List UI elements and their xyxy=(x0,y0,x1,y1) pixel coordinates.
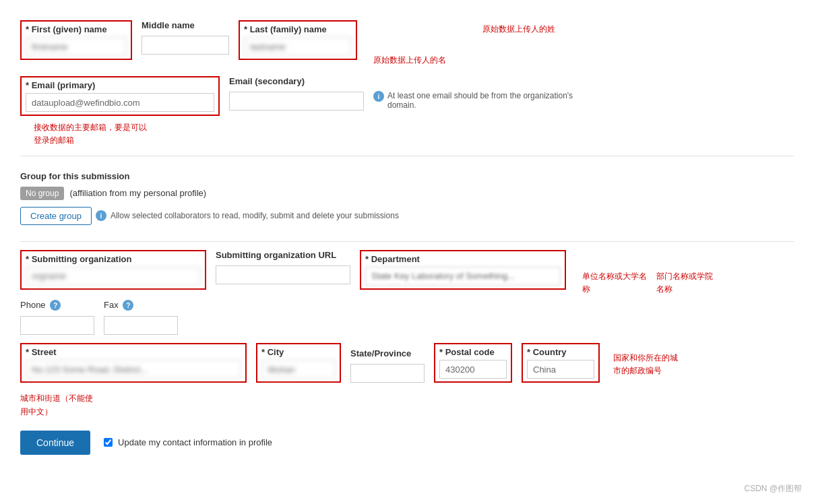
update-contact-checkbox[interactable] xyxy=(104,438,113,447)
group-affiliation-text: (affiliation from my personal profile) xyxy=(69,188,206,198)
info-icon-email: i xyxy=(373,91,384,102)
update-contact-row: Update my contact information in profile xyxy=(104,437,272,447)
state-input[interactable] xyxy=(350,364,425,383)
org-input[interactable] xyxy=(26,267,201,286)
middle-name-input[interactable] xyxy=(142,36,229,55)
postal-field: * Postal code xyxy=(434,343,512,383)
watermark: CSDN @作图帮 xyxy=(744,483,802,495)
postal-label: * Postal code xyxy=(439,347,495,357)
fax-label: Fax ? xyxy=(104,300,178,311)
fax-field: Fax ? xyxy=(104,300,178,336)
last-name-label: * Last (family) name xyxy=(244,24,327,34)
update-contact-label: Update my contact information in profile xyxy=(118,437,272,447)
email-primary-field: * Email (primary) xyxy=(20,76,220,116)
org-url-field: Submitting organization URL xyxy=(216,250,350,284)
page-wrapper: * First (given) name Middle name * Last … xyxy=(0,0,814,504)
group-info-text: Allow selected collaborators to read, mo… xyxy=(111,211,399,220)
annotation-dept: 部门名称或学院名称 xyxy=(656,270,713,296)
group-row: No group (affiliation from my personal p… xyxy=(20,187,794,200)
middle-name-field: Middle name xyxy=(142,20,229,55)
city-field: * City xyxy=(256,343,341,383)
dept-field: * Department xyxy=(360,250,566,290)
first-name-input[interactable] xyxy=(26,37,127,56)
country-field: * Country xyxy=(522,343,600,383)
street-field: * Street xyxy=(20,343,247,383)
email-info: i At least one email should be from the … xyxy=(373,91,575,110)
annotation-postal: 国家和你所在的城市的邮政编号 xyxy=(613,352,678,377)
create-group-row: Create group i Allow selected collaborat… xyxy=(20,207,794,225)
separator-1 xyxy=(20,156,794,156)
city-label: * City xyxy=(261,347,284,357)
street-label: * Street xyxy=(26,347,57,357)
last-name-input[interactable] xyxy=(244,37,352,56)
annotation-org: 单位名称或大学名称 xyxy=(582,270,647,296)
email-secondary-field: Email (secondary) xyxy=(229,76,364,111)
org-label: * Submitting organization xyxy=(26,254,131,264)
last-name-field: * Last (family) name xyxy=(239,20,357,60)
dept-input[interactable] xyxy=(365,267,561,286)
group-label: Group for this submission xyxy=(20,171,794,181)
bottom-bar: Continue Update my contact information i… xyxy=(20,431,794,466)
phone-label: Phone ? xyxy=(20,300,94,311)
state-label: State/Province xyxy=(350,348,425,358)
continue-button[interactable]: Continue xyxy=(20,431,90,455)
email-secondary-input[interactable] xyxy=(229,92,364,111)
annotation-first-name: 原始数据上传人的名 xyxy=(373,55,446,65)
country-input[interactable] xyxy=(527,360,594,379)
phone-input[interactable] xyxy=(20,316,94,335)
city-input[interactable] xyxy=(261,360,336,379)
annotation-street-city: 城市和街道（不能使用中文） xyxy=(20,392,93,418)
org-url-label: Submitting organization URL xyxy=(216,250,350,260)
org-url-input[interactable] xyxy=(216,265,350,284)
email-primary-input[interactable] xyxy=(26,93,214,112)
street-input[interactable] xyxy=(26,360,241,379)
email-primary-label: * Email (primary) xyxy=(26,80,95,90)
country-label: * Country xyxy=(527,347,567,357)
annotation-last-name: 原始数据上传人的姓 xyxy=(482,24,555,34)
info-icon-fax: ? xyxy=(123,300,133,311)
create-group-button[interactable]: Create group xyxy=(20,207,92,225)
fax-input[interactable] xyxy=(104,316,178,335)
postal-input[interactable] xyxy=(439,360,507,379)
separator-2 xyxy=(20,241,794,242)
state-field: State/Province xyxy=(350,348,425,383)
email-secondary-label: Email (secondary) xyxy=(229,76,364,86)
annotation-email: 接收数据的主要邮箱，要是可以登录的邮箱 xyxy=(34,121,147,147)
phone-field: Phone ? xyxy=(20,300,94,336)
info-icon-phone: ? xyxy=(50,300,61,311)
first-name-label: * First (given) name xyxy=(26,24,107,34)
org-field: * Submitting organization xyxy=(20,250,206,290)
info-icon-group: i xyxy=(96,210,106,221)
group-section: Group for this submission No group (affi… xyxy=(20,164,794,232)
middle-name-label: Middle name xyxy=(142,20,229,30)
no-group-badge: No group xyxy=(20,187,64,200)
dept-label: * Department xyxy=(365,254,420,264)
first-name-field: * First (given) name xyxy=(20,20,132,60)
